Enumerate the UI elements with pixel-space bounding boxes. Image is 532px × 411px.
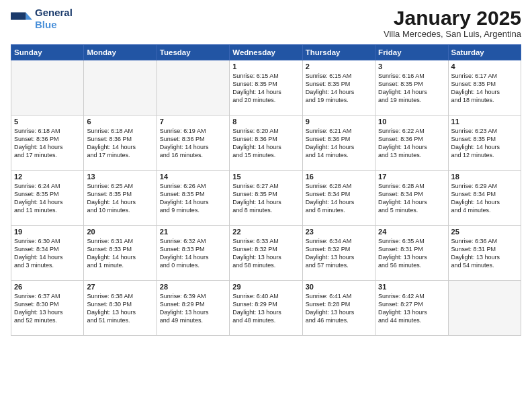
table-row: 24Sunrise: 6:35 AM Sunset: 8:31 PM Dayli… (375, 226, 448, 281)
day-number: 12 (14, 173, 81, 181)
table-row: 9Sunrise: 6:21 AM Sunset: 8:36 PM Daylig… (302, 116, 375, 171)
day-number: 8 (232, 118, 299, 126)
col-sunday: Sunday (11, 45, 84, 60)
table-row: 27Sunrise: 6:38 AM Sunset: 8:30 PM Dayli… (84, 281, 157, 336)
table-row: 26Sunrise: 6:37 AM Sunset: 8:30 PM Dayli… (11, 281, 84, 336)
day-number: 9 (306, 118, 372, 126)
cell-info: Sunrise: 6:15 AM Sunset: 8:35 PM Dayligh… (306, 72, 372, 105)
cell-info: Sunrise: 6:39 AM Sunset: 8:29 PM Dayligh… (160, 292, 226, 325)
logo: General Blue (11, 7, 73, 31)
table-row: 3Sunrise: 6:16 AM Sunset: 8:35 PM Daylig… (375, 60, 448, 116)
table-row: 15Sunrise: 6:27 AM Sunset: 8:35 PM Dayli… (230, 171, 302, 226)
table-row: 12Sunrise: 6:24 AM Sunset: 8:35 PM Dayli… (11, 171, 84, 226)
cell-info: Sunrise: 6:24 AM Sunset: 8:35 PM Dayligh… (14, 182, 81, 215)
cell-info: Sunrise: 6:30 AM Sunset: 8:34 PM Dayligh… (14, 237, 81, 270)
cell-info: Sunrise: 6:42 AM Sunset: 8:27 PM Dayligh… (378, 292, 445, 325)
day-number: 4 (451, 62, 518, 71)
cell-info: Sunrise: 6:17 AM Sunset: 8:35 PM Dayligh… (451, 72, 518, 105)
day-number: 26 (14, 283, 81, 291)
day-number: 15 (232, 173, 299, 181)
day-number: 31 (378, 283, 445, 291)
day-number: 21 (160, 228, 226, 236)
cell-info: Sunrise: 6:33 AM Sunset: 8:32 PM Dayligh… (232, 237, 299, 270)
cell-info: Sunrise: 6:23 AM Sunset: 8:35 PM Dayligh… (451, 127, 518, 160)
calendar-week-row: 12Sunrise: 6:24 AM Sunset: 8:35 PM Dayli… (11, 171, 521, 226)
cell-info: Sunrise: 6:38 AM Sunset: 8:30 PM Dayligh… (87, 292, 153, 325)
table-row: 1Sunrise: 6:15 AM Sunset: 8:35 PM Daylig… (230, 60, 302, 116)
day-number: 7 (160, 118, 226, 126)
table-row (448, 281, 521, 336)
day-number: 6 (87, 118, 153, 126)
table-row: 28Sunrise: 6:39 AM Sunset: 8:29 PM Dayli… (157, 281, 229, 336)
svg-marker-0 (26, 12, 32, 19)
month-title: January 2025 (384, 7, 521, 29)
cell-info: Sunrise: 6:36 AM Sunset: 8:31 PM Dayligh… (451, 237, 518, 270)
calendar-week-row: 1Sunrise: 6:15 AM Sunset: 8:35 PM Daylig… (11, 60, 521, 116)
table-row: 22Sunrise: 6:33 AM Sunset: 8:32 PM Dayli… (230, 226, 302, 281)
cell-info: Sunrise: 6:19 AM Sunset: 8:36 PM Dayligh… (160, 127, 226, 160)
table-row: 7Sunrise: 6:19 AM Sunset: 8:36 PM Daylig… (157, 116, 229, 171)
table-row: 20Sunrise: 6:31 AM Sunset: 8:33 PM Dayli… (84, 226, 157, 281)
col-wednesday: Wednesday (230, 45, 302, 60)
table-row: 4Sunrise: 6:17 AM Sunset: 8:35 PM Daylig… (448, 60, 521, 116)
cell-info: Sunrise: 6:28 AM Sunset: 8:34 PM Dayligh… (306, 182, 372, 215)
col-monday: Monday (84, 45, 157, 60)
day-number: 3 (378, 62, 445, 71)
day-number: 18 (451, 173, 518, 181)
day-number: 5 (14, 118, 81, 126)
cell-info: Sunrise: 6:31 AM Sunset: 8:33 PM Dayligh… (87, 237, 153, 270)
day-number: 2 (306, 62, 372, 71)
cell-info: Sunrise: 6:34 AM Sunset: 8:32 PM Dayligh… (306, 237, 372, 270)
day-number: 29 (232, 283, 299, 291)
cell-info: Sunrise: 6:21 AM Sunset: 8:36 PM Dayligh… (306, 127, 372, 160)
table-row: 25Sunrise: 6:36 AM Sunset: 8:31 PM Dayli… (448, 226, 521, 281)
day-number: 25 (451, 228, 518, 236)
table-row: 6Sunrise: 6:18 AM Sunset: 8:36 PM Daylig… (84, 116, 157, 171)
day-number: 27 (87, 283, 153, 291)
cell-info: Sunrise: 6:41 AM Sunset: 8:28 PM Dayligh… (306, 292, 372, 325)
col-tuesday: Tuesday (157, 45, 229, 60)
cell-info: Sunrise: 6:26 AM Sunset: 8:35 PM Dayligh… (160, 182, 226, 215)
cell-info: Sunrise: 6:16 AM Sunset: 8:35 PM Dayligh… (378, 72, 445, 105)
table-row: 14Sunrise: 6:26 AM Sunset: 8:35 PM Dayli… (157, 171, 229, 226)
table-row: 5Sunrise: 6:18 AM Sunset: 8:36 PM Daylig… (11, 116, 84, 171)
day-number: 10 (378, 118, 445, 126)
table-row: 23Sunrise: 6:34 AM Sunset: 8:32 PM Dayli… (302, 226, 375, 281)
col-saturday: Saturday (448, 45, 521, 60)
calendar-week-row: 5Sunrise: 6:18 AM Sunset: 8:36 PM Daylig… (11, 116, 521, 171)
day-number: 20 (87, 228, 153, 236)
calendar-table: Sunday Monday Tuesday Wednesday Thursday… (11, 44, 521, 336)
day-number: 19 (14, 228, 81, 236)
logo-text: General Blue (35, 7, 73, 31)
day-number: 14 (160, 173, 226, 181)
table-row: 17Sunrise: 6:28 AM Sunset: 8:34 PM Dayli… (375, 171, 448, 226)
cell-info: Sunrise: 6:18 AM Sunset: 8:36 PM Dayligh… (87, 127, 153, 160)
day-number: 30 (306, 283, 372, 291)
table-row (11, 60, 84, 116)
table-row: 10Sunrise: 6:22 AM Sunset: 8:36 PM Dayli… (375, 116, 448, 171)
day-number: 16 (306, 173, 372, 181)
cell-info: Sunrise: 6:27 AM Sunset: 8:35 PM Dayligh… (232, 182, 299, 215)
subtitle: Villa Mercedes, San Luis, Argentina (384, 29, 521, 39)
table-row: 21Sunrise: 6:32 AM Sunset: 8:33 PM Dayli… (157, 226, 229, 281)
day-number: 17 (378, 173, 445, 181)
day-number: 23 (306, 228, 372, 236)
table-row: 29Sunrise: 6:40 AM Sunset: 8:29 PM Dayli… (230, 281, 302, 336)
calendar-header-row: Sunday Monday Tuesday Wednesday Thursday… (11, 45, 521, 60)
col-thursday: Thursday (302, 45, 375, 60)
table-row: 31Sunrise: 6:42 AM Sunset: 8:27 PM Dayli… (375, 281, 448, 336)
cell-info: Sunrise: 6:20 AM Sunset: 8:36 PM Dayligh… (232, 127, 299, 160)
day-number: 11 (451, 118, 518, 126)
day-number: 1 (232, 62, 299, 71)
cell-info: Sunrise: 6:28 AM Sunset: 8:34 PM Dayligh… (378, 182, 445, 215)
cell-info: Sunrise: 6:25 AM Sunset: 8:35 PM Dayligh… (87, 182, 153, 215)
table-row: 19Sunrise: 6:30 AM Sunset: 8:34 PM Dayli… (11, 226, 84, 281)
table-row: 2Sunrise: 6:15 AM Sunset: 8:35 PM Daylig… (302, 60, 375, 116)
cell-info: Sunrise: 6:32 AM Sunset: 8:33 PM Dayligh… (160, 237, 226, 270)
day-number: 22 (232, 228, 299, 236)
cell-info: Sunrise: 6:35 AM Sunset: 8:31 PM Dayligh… (378, 237, 445, 270)
svg-rect-1 (11, 12, 26, 19)
cell-info: Sunrise: 6:15 AM Sunset: 8:35 PM Dayligh… (232, 72, 299, 105)
day-number: 13 (87, 173, 153, 181)
table-row (84, 60, 157, 116)
